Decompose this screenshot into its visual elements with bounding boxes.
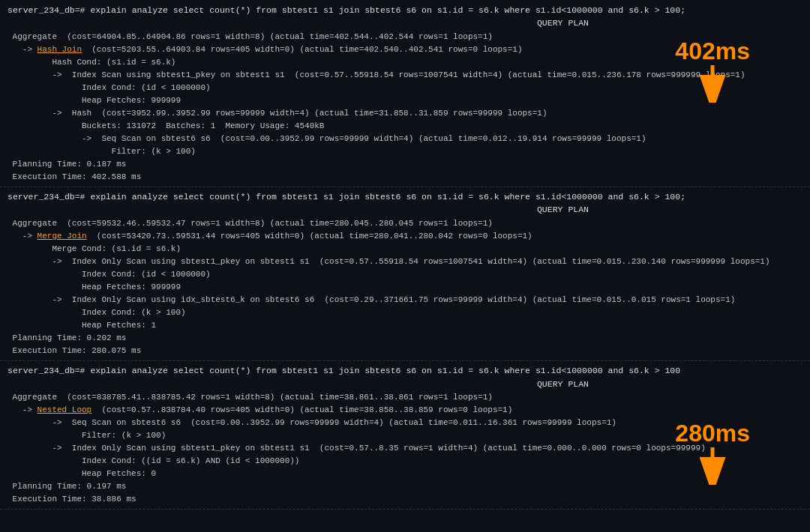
nested-loop-link: Nested Loop [38, 405, 92, 414]
plan-line: -> Hash (cost=3952.99..3952.99 rows=9999… [8, 107, 802, 120]
cmd-line-3: server_234_db=# explain analyze select c… [8, 364, 802, 377]
plan-line: Execution Time: 38.886 ms [8, 493, 802, 506]
plan-line: -> Nested Loop (cost=0.57..838784.40 row… [8, 404, 802, 417]
section-1: server_234_db=# explain analyze select c… [0, 0, 810, 187]
plan-line: Buckets: 131072 Batches: 1 Memory Usage:… [8, 120, 802, 133]
plan-line: Index Cond: (k > 100) [8, 306, 802, 319]
plan-line: Planning Time: 0.187 ms [8, 158, 802, 171]
plan-output-3: Aggregate (cost=838785.41..838785.42 row… [8, 391, 802, 506]
plan-line: -> Merge Join (cost=53420.73..59531.44 r… [8, 230, 802, 243]
cmd-line-2: server_234_db=# explain analyze select c… [8, 190, 802, 203]
arrow-down-1 [690, 65, 735, 103]
plan-line: -> Seq Scan on sbtest6 s6 (cost=0.00..39… [8, 133, 802, 145]
merge-join-link: Merge Join [38, 232, 87, 241]
query-plan-header-3: QUERY PLAN [8, 378, 802, 391]
plan-line: Planning Time: 0.197 ms [8, 480, 802, 493]
badge-402ms-text: 402ms [675, 37, 750, 64]
plan-line: -> Index Only Scan using sbtest1_pkey on… [8, 256, 802, 268]
query-plan-header-1: QUERY PLAN [8, 16, 802, 30]
plan-line: -> Index Only Scan using sbtest1_pkey on… [8, 442, 802, 455]
hash-join-link: Hash Join [38, 45, 82, 54]
section-2: server_234_db=# explain analyze select c… [0, 187, 810, 361]
plan-line: Filter: (k > 100) [8, 145, 802, 158]
plan-line: Aggregate (cost=838785.41..838785.42 row… [8, 391, 802, 404]
section-3: server_234_db=# explain analyze select c… [0, 361, 810, 510]
badge-402ms: 402ms [675, 37, 750, 105]
terminal: server_234_db=# explain analyze select c… [0, 0, 810, 532]
query-plan-header-2: QUERY PLAN [8, 203, 802, 217]
plan-line: Index Cond: (id < 1000000) [8, 268, 802, 281]
plan-line: Index Cond: ((id = s6.k) AND (id < 10000… [8, 455, 802, 468]
plan-line: Planning Time: 0.202 ms [8, 332, 802, 345]
plan-line: -> Index Only Scan using idx_sbtest6_k o… [8, 294, 802, 306]
plan-line: -> Seq Scan on sbtest6 s6 (cost=0.00..39… [8, 417, 802, 429]
plan-line: Filter: (k > 100) [8, 429, 802, 442]
plan-line: Heap Fetches: 0 [8, 468, 802, 480]
plan-line: Aggregate (cost=59532.46..59532.47 rows=… [8, 217, 802, 230]
plan-output-2: Aggregate (cost=59532.46..59532.47 rows=… [8, 217, 802, 358]
plan-line: Execution Time: 402.588 ms [8, 171, 802, 184]
plan-line: Merge Cond: (s1.id = s6.k) [8, 243, 802, 256]
plan-line: Heap Fetches: 999999 [8, 281, 802, 294]
cmd-line-1: server_234_db=# explain analyze select c… [8, 4, 802, 16]
plan-line: Heap Fetches: 1 [8, 319, 802, 332]
plan-line: Execution Time: 280.075 ms [8, 345, 802, 357]
